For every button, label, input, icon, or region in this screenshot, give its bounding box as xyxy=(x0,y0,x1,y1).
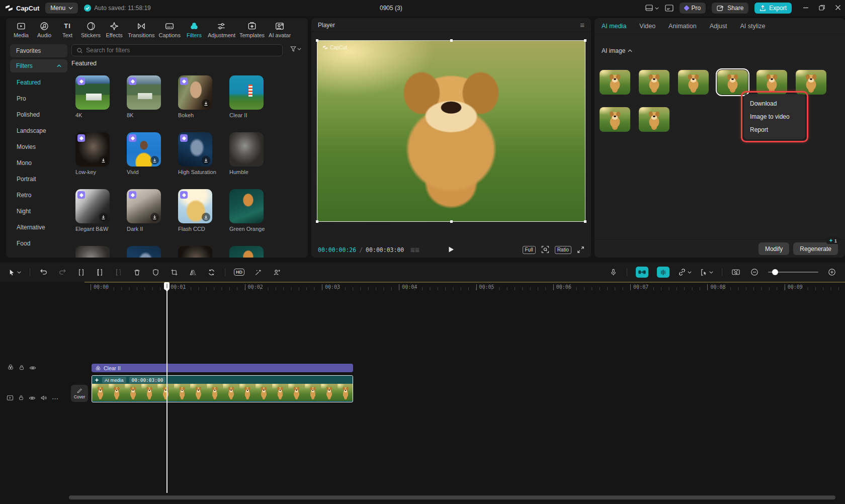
sidebar-item-portrait[interactable]: Portrait xyxy=(10,171,67,187)
download-icon[interactable] xyxy=(202,99,210,108)
filter-funnel-button[interactable] xyxy=(290,46,301,52)
filter-thumbnail[interactable] xyxy=(229,132,264,166)
frame-view-icon[interactable]: ≣≣ xyxy=(410,246,419,254)
filter-thumbnail[interactable] xyxy=(75,132,110,166)
share-button[interactable]: Share xyxy=(712,3,748,14)
ai-image-thumbnail[interactable] xyxy=(639,107,669,132)
filter-thumbnail[interactable] xyxy=(75,75,110,110)
undo-button[interactable] xyxy=(39,267,49,277)
filter-thumbnail[interactable] xyxy=(229,246,264,258)
sidebar-item-food[interactable]: Food xyxy=(10,235,67,251)
filter-thumbnail[interactable] xyxy=(75,246,110,258)
select-clip-mode-button[interactable] xyxy=(700,269,713,276)
link-button[interactable] xyxy=(678,268,692,276)
filter-card[interactable] xyxy=(178,246,212,258)
ratio-button[interactable]: Ratio xyxy=(555,246,571,254)
hd-button[interactable]: HD xyxy=(234,269,244,276)
character-button[interactable] xyxy=(272,267,282,277)
filter-thumbnail[interactable] xyxy=(229,75,264,110)
ai-panel-tab-ai-media[interactable]: AI media xyxy=(602,23,626,30)
split-button[interactable] xyxy=(76,267,86,277)
ribbon-tab-aiavatar[interactable]: AI avatar xyxy=(267,21,292,38)
adjust-panel-icon[interactable] xyxy=(665,5,673,12)
sidebar-item-night[interactable]: Night xyxy=(10,203,67,219)
filter-card-8k[interactable]: 8K xyxy=(127,75,161,118)
mute-icon[interactable] xyxy=(40,394,47,403)
regenerate-button[interactable]: Regenerate xyxy=(793,242,838,255)
sidebar-item-polished[interactable]: Polished xyxy=(10,107,67,123)
download-icon[interactable] xyxy=(202,213,210,221)
filter-card-bokeh[interactable]: Bokeh xyxy=(178,75,212,118)
ai-image-thumbnail[interactable] xyxy=(600,70,630,95)
resize-handle[interactable] xyxy=(316,39,318,42)
sidebar-item-pro[interactable]: Pro xyxy=(10,91,67,107)
filter-thumbnail[interactable] xyxy=(127,75,161,110)
eye-icon[interactable] xyxy=(29,394,36,403)
ribbon-tab-transitions[interactable]: Transitions xyxy=(126,21,156,38)
filter-card[interactable] xyxy=(75,246,110,258)
menu-item-image-to-video[interactable]: Image to video xyxy=(744,110,805,123)
filter-card-elegant-b-w[interactable]: Elegant B&W xyxy=(75,189,110,232)
mask-button[interactable] xyxy=(150,267,160,277)
filter-clip[interactable]: Clear II xyxy=(92,364,353,372)
sidebar-item-landscape[interactable]: Landscape xyxy=(10,123,67,139)
sidebar-item-retro[interactable]: Retro xyxy=(10,187,67,203)
filter-card[interactable] xyxy=(127,246,161,258)
magic-tools-button[interactable] xyxy=(253,267,263,277)
ai-panel-tab-ai-stylize[interactable]: AI stylize xyxy=(740,23,765,30)
ribbon-tab-stickers[interactable]: Stickers xyxy=(79,21,102,38)
filter-card-low-key[interactable]: Low-key xyxy=(75,132,110,175)
download-icon[interactable] xyxy=(202,156,210,164)
cover-button[interactable]: Cover xyxy=(71,385,88,402)
ribbon-tab-adjustment[interactable]: Adjustment xyxy=(206,21,237,38)
crop-button[interactable] xyxy=(169,267,179,277)
filter-card-green-orange[interactable]: Green Orange xyxy=(229,189,264,232)
filter-thumbnail[interactable] xyxy=(178,132,212,166)
filter-thumbnail[interactable] xyxy=(178,246,212,258)
filter-card-vivid[interactable]: Vivid xyxy=(127,132,161,175)
sidebar-item-alternative[interactable]: Alternative xyxy=(10,219,67,235)
record-voiceover-button[interactable] xyxy=(608,267,618,277)
download-icon[interactable] xyxy=(150,213,159,221)
timeline-ruler[interactable]: 00:0000:0100:0200:0300:0400:0500:0600:07… xyxy=(84,283,845,293)
select-tool-button[interactable] xyxy=(8,269,21,276)
ribbon-tab-media[interactable]: Media xyxy=(10,21,32,38)
rotate-button[interactable] xyxy=(206,267,216,277)
resize-handle[interactable] xyxy=(316,220,318,223)
redo-button[interactable] xyxy=(57,267,67,277)
ai-panel-tab-video[interactable]: Video xyxy=(639,23,655,30)
filter-thumbnail[interactable] xyxy=(229,189,264,223)
filter-card-dark-ii[interactable]: Dark II xyxy=(127,189,161,232)
mirror-button[interactable] xyxy=(188,267,198,277)
fullscreen-button[interactable] xyxy=(577,246,584,255)
zoom-slider-knob[interactable] xyxy=(772,269,778,275)
sidebar-group-filters[interactable]: Filters xyxy=(10,59,67,72)
sidebar-item-favorites[interactable]: Favorites xyxy=(10,44,67,57)
filter-thumbnail[interactable] xyxy=(127,189,161,223)
download-icon[interactable] xyxy=(99,156,108,164)
ai-media-clip[interactable]: AI media 00:00:03:00 xyxy=(92,375,353,402)
ribbon-tab-templates[interactable]: Templates xyxy=(238,21,266,38)
sidebar-item-featured[interactable]: Featured xyxy=(10,74,67,91)
restore-button[interactable] xyxy=(819,4,825,13)
filter-card-high-saturation[interactable]: High Saturation xyxy=(178,132,212,175)
search-input[interactable]: Search for filters xyxy=(71,44,283,56)
modify-button[interactable]: Modify xyxy=(758,242,789,255)
ribbon-tab-text[interactable]: TIText xyxy=(56,21,78,38)
ai-panel-tab-adjust[interactable]: Adjust xyxy=(710,23,727,30)
delete-left-button[interactable] xyxy=(95,267,105,277)
pro-button[interactable]: Pro xyxy=(680,3,706,14)
ribbon-tab-audio[interactable]: Audio xyxy=(33,21,55,38)
ai-image-thumbnail[interactable] xyxy=(600,107,630,132)
menu-button[interactable]: Menu xyxy=(45,3,78,14)
focus-button[interactable] xyxy=(541,245,549,255)
auto-ripple-toggle[interactable] xyxy=(636,267,648,278)
filter-thumbnail[interactable] xyxy=(127,132,161,166)
layout-panel-icon[interactable] xyxy=(645,5,659,12)
close-button[interactable] xyxy=(835,4,841,13)
resize-handle[interactable] xyxy=(450,39,453,42)
ribbon-tab-effects[interactable]: Effects xyxy=(103,21,125,38)
minimize-button[interactable] xyxy=(803,4,809,13)
play-button[interactable] xyxy=(448,246,455,254)
resize-handle[interactable] xyxy=(584,39,586,42)
